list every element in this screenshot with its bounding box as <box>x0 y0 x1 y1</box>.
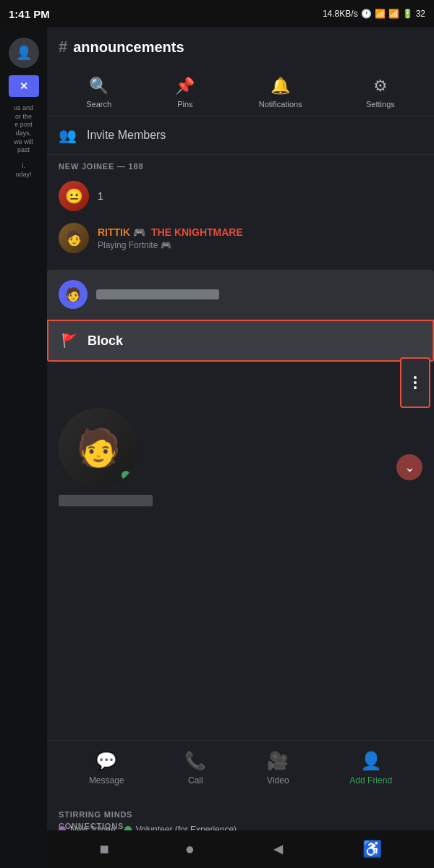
bottom-actions-row: 💬 Message 📞 Call 🎥 Video 👤 Add Friend <box>47 740 434 796</box>
scroll-down-button[interactable]: ⌄ <box>396 454 422 480</box>
block-icon: 🚩 <box>61 333 77 349</box>
sidebar-text-2: l.oday! <box>12 162 34 179</box>
member-name-rittik: RITTIK 🎮 <box>98 226 145 238</box>
call-icon: 📞 <box>184 751 206 771</box>
message-icon: 💬 <box>95 751 117 771</box>
battery-icon: 🔋 <box>402 9 413 19</box>
video-button[interactable]: 🎥 Video <box>267 751 289 786</box>
new-joinee-label: NEW JOINEE — 188 <box>47 155 434 175</box>
add-friend-label: Add Friend <box>349 775 392 786</box>
settings-label: Settings <box>366 100 395 109</box>
network-speed: 14.8KB/s <box>323 9 358 19</box>
nav-stop-icon[interactable]: ■ <box>99 840 109 859</box>
message-label: Message <box>89 775 124 786</box>
dot-2 <box>414 381 417 384</box>
pin-icon: 📌 <box>175 77 195 95</box>
sidebar-close-button[interactable]: ✕ <box>9 75 39 97</box>
status-time: 1:41 PM <box>9 8 50 20</box>
clock-icon: 🕐 <box>361 9 372 19</box>
sidebar-text: us andor thee postdays,we willpast <box>11 104 36 155</box>
block-label: Block <box>88 333 123 349</box>
bottom-nav-bar: ■ ● ◄ ♿ <box>47 830 434 868</box>
member-status-rittik: Playing Fortnite 🎮 <box>98 240 243 250</box>
main-content: # announcements 🔍 Search 📌 Pins 🔔 Notifi… <box>47 27 434 868</box>
video-icon: 🎥 <box>267 751 289 771</box>
profile-area: 🧑 ⌄ <box>47 396 434 524</box>
member-name-1: 1 <box>98 190 103 202</box>
sidebar-peek: 👤 ✕ us andor thee postdays,we willpast l… <box>0 27 47 868</box>
member-name-knightmare: THE KNIGHTMARE <box>151 226 243 238</box>
nav-accessibility-icon[interactable]: ♿ <box>362 840 382 859</box>
connections-label: CONNECTIONS <box>59 822 124 830</box>
online-status-dot <box>119 469 132 482</box>
member-avatar-rittik: 🧑 <box>59 223 89 253</box>
add-friend-icon: 👤 <box>360 751 382 771</box>
bell-icon: 🔔 <box>271 77 290 95</box>
context-menu-user: 🧑 <box>47 270 434 320</box>
pins-button[interactable]: 📌 Pins <box>175 77 195 109</box>
top-icons-row: 🔍 Search 📌 Pins 🔔 Notifications ⚙ Settin… <box>47 64 434 116</box>
pins-label: Pins <box>177 100 192 109</box>
call-button[interactable]: 📞 Call <box>184 751 206 786</box>
dot-1 <box>414 376 417 379</box>
status-bar: 1:41 PM 14.8KB/s 🕐 📶 📶 🔋 32 <box>0 0 434 27</box>
three-dot-button[interactable] <box>400 357 430 408</box>
channel-hash-icon: # <box>59 38 67 56</box>
gear-icon: ⚙ <box>373 77 388 95</box>
member-row-1[interactable]: 😐 1 <box>47 175 434 217</box>
search-label: Search <box>86 100 111 109</box>
sidebar-user-avatar[interactable]: 👤 <box>9 38 39 68</box>
settings-button[interactable]: ⚙ Settings <box>366 77 395 109</box>
stirring-minds-title: STIRRING MINDS <box>59 810 422 819</box>
video-label: Video <box>267 775 289 786</box>
search-button[interactable]: 🔍 Search <box>86 77 111 109</box>
message-button[interactable]: 💬 Message <box>89 751 124 786</box>
search-icon: 🔍 <box>89 77 109 95</box>
battery-level: 32 <box>416 9 425 19</box>
context-username-bar <box>96 289 219 299</box>
dot-3 <box>414 386 417 389</box>
channel-name: announcements <box>73 39 184 56</box>
add-friend-button[interactable]: 👤 Add Friend <box>349 751 392 786</box>
context-user-avatar: 🧑 <box>59 280 88 309</box>
profile-name-bar <box>59 495 153 506</box>
block-menu-item[interactable]: 🚩 Block <box>47 320 434 362</box>
nav-home-icon[interactable]: ● <box>185 840 195 859</box>
call-label: Call <box>188 775 203 786</box>
notifications-label: Notifications <box>259 100 302 109</box>
notifications-button[interactable]: 🔔 Notifications <box>259 77 302 109</box>
invite-text: Invite Members <box>87 129 166 142</box>
context-menu: 🧑 🚩 Block <box>47 270 434 362</box>
nav-back-icon[interactable]: ◄ <box>271 840 286 859</box>
wifi-icon: 📶 <box>388 9 399 19</box>
channel-header: # announcements <box>47 27 434 64</box>
invite-members-row[interactable]: 👥 Invite Members <box>47 116 434 155</box>
signal-icon: 📶 <box>375 9 386 19</box>
member-row-rittik[interactable]: 🧑 RITTIK 🎮 THE KNIGHTMARE Playing Fortni… <box>47 217 434 259</box>
profile-large-avatar: 🧑 <box>59 408 138 488</box>
invite-icon: 👥 <box>59 127 77 144</box>
status-right: 14.8KB/s 🕐 📶 📶 🔋 32 <box>323 9 425 19</box>
member-avatar-1: 😐 <box>59 181 89 211</box>
